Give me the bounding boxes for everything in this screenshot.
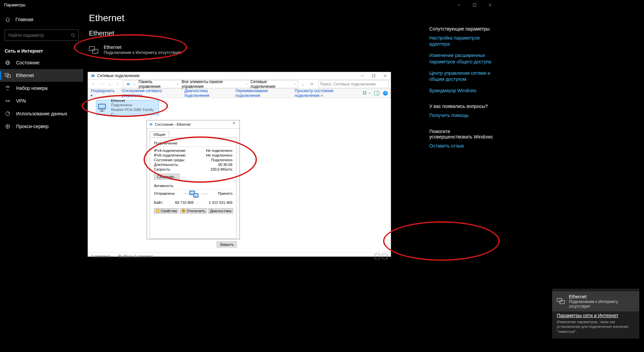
history-button[interactable]: ⌄ [106, 80, 113, 88]
improve-heading: Помогите усовершенствовать Windows [429, 129, 494, 139]
close-dialog-button[interactable]: Закрыть [217, 241, 237, 247]
sidebar-item-proxy[interactable]: Прокси-сервер [0, 120, 83, 133]
properties-button[interactable]: Свойства [154, 208, 178, 214]
svg-rect-26 [363, 91, 364, 93]
up-button[interactable]: ↑ [114, 80, 121, 88]
minimize-button[interactable] [451, 0, 467, 10]
view-icons-icon[interactable] [382, 254, 387, 259]
nc-address-bar: ← → ⌄ ↑ › Панель управления› Все элемент… [88, 80, 391, 89]
phone-icon [5, 85, 11, 91]
svg-point-12 [8, 100, 10, 102]
sidebar-item-dialup[interactable]: Набор номера [0, 82, 83, 95]
close-button[interactable] [482, 0, 498, 10]
help-button[interactable]: ? [383, 91, 388, 96]
svg-point-11 [6, 100, 7, 102]
dialog-titlebar: Состояние - Ethernet ✕ [147, 120, 239, 129]
svg-line-5 [74, 36, 75, 37]
window-controls [451, 0, 498, 10]
connection-icon [97, 102, 108, 113]
back-button[interactable]: ← [90, 80, 97, 88]
connection-name: Ethernet [111, 99, 158, 103]
search-box[interactable] [5, 30, 78, 41]
dialog-footer: Закрыть [147, 241, 237, 247]
search-input[interactable] [8, 32, 66, 38]
maximize-button[interactable] [467, 0, 482, 10]
toolbar-organize[interactable]: Упорядочить ▾ [91, 89, 115, 98]
tab-general[interactable]: Общие [150, 131, 169, 137]
nc-maximize-button[interactable] [368, 72, 379, 79]
search-icon [71, 33, 75, 38]
svg-rect-27 [365, 91, 366, 93]
toolbar-view-status[interactable]: Просмотр состояния подключения » [295, 89, 356, 98]
sidebar-item-label: Использование данных [16, 111, 67, 116]
nc-search[interactable]: Поиск: Сетевые подключения [318, 80, 389, 88]
group-activity: Активность [154, 184, 232, 188]
activity-icon [187, 190, 199, 199]
dropdown-button[interactable]: ⌄ [300, 80, 307, 88]
link-adapter-options[interactable]: Настройка параметров адаптера [429, 35, 494, 47]
toolbar-disable[interactable]: Отключение сетевого устройства [122, 89, 178, 98]
ethernet-icon [89, 46, 98, 54]
link-feedback[interactable]: Оставить отзыв [429, 143, 494, 149]
status-row: Скорость:100.0 Мбит/с [154, 167, 232, 172]
dialog-title: Состояние - Ethernet [155, 122, 191, 126]
sidebar: Главная Сеть и Интернет Состояние Ethern… [0, 10, 83, 133]
sidebar-item-ethernet[interactable]: Ethernet [0, 69, 83, 82]
svg-rect-19 [93, 49, 98, 53]
nc-statusbar: 1 элемент Выбран 1 элемент [88, 252, 391, 260]
bytes-row: Байт: 68 710 808 | 1 312 531 403 [154, 200, 232, 205]
breadcrumb[interactable]: › Панель управления› Все элементы панели… [123, 80, 298, 88]
details-button[interactable]: Сведения... [154, 174, 180, 180]
status-row: Длительность:05:36:09 [154, 162, 232, 167]
connection-item-ethernet[interactable]: Ethernet Подключено Realtek PCIe GBE Fam… [96, 100, 159, 115]
sidebar-item-label: Набор номера [16, 85, 48, 91]
toolbar-rename[interactable]: Переименование подключения [235, 89, 288, 98]
activity-row: Отправлено —— —— Принято [154, 191, 232, 195]
nc-close-button[interactable] [379, 72, 391, 79]
link-advanced-sharing[interactable]: Изменение расширенных параметров общего … [429, 52, 494, 64]
questions-heading: У вас появились вопросы? [429, 104, 494, 109]
network-flyout: Ethernet Подключение к Интернету отсутст… [552, 289, 639, 339]
flyout-settings-link[interactable]: Параметры сети и Интернет [552, 311, 639, 319]
dialog-close-button[interactable]: ✕ [229, 121, 238, 127]
sidebar-item-datausage[interactable]: Использование данных [0, 107, 83, 120]
toolbar-diagnose[interactable]: Диагностика подключения [184, 89, 229, 98]
svg-rect-35 [99, 105, 105, 108]
link-network-center[interactable]: Центр управления сетями и общим доступом [429, 70, 494, 82]
nc-minimize-button[interactable] [357, 72, 368, 79]
sidebar-item-vpn[interactable]: VPN [0, 95, 83, 107]
link-firewall[interactable]: Брандмауэр Windows [429, 87, 494, 94]
ethernet-icon [557, 298, 565, 305]
view-details-icon[interactable] [375, 254, 380, 259]
flyout-ethernet-item[interactable]: Ethernet Подключение к Интернету отсутст… [552, 291, 639, 311]
item-count: 1 элемент [91, 254, 110, 259]
refresh-button[interactable]: ⟳ [308, 80, 316, 88]
crumb[interactable]: Панель управления [137, 79, 175, 89]
forward-button[interactable]: → [98, 80, 105, 88]
crumb[interactable]: Сетевые подключения [249, 79, 292, 89]
svg-rect-37 [100, 111, 104, 112]
ethernet-icon [5, 72, 11, 78]
svg-rect-22 [372, 74, 375, 77]
svg-rect-38 [150, 123, 152, 125]
proxy-icon [5, 123, 11, 129]
connection-status: Подключено [111, 103, 158, 108]
svg-text:?: ? [384, 91, 386, 95]
disable-button[interactable]: Отключить [180, 208, 207, 214]
svg-rect-30 [374, 91, 379, 95]
view-options-button[interactable] [363, 91, 371, 96]
diagnose-button[interactable]: Диагностика [208, 208, 233, 214]
group-connection: Подключение [154, 141, 232, 145]
ethernet-name: Ethernet [104, 45, 181, 50]
dialog-buttons: Свойства Отключить Диагностика [154, 208, 232, 214]
window-title: Параметры [4, 3, 25, 7]
ethernet-status-dialog: Состояние - Ethernet ✕ Общие Подключение… [147, 120, 240, 239]
svg-rect-48 [560, 300, 565, 304]
nav-home[interactable]: Главная [0, 13, 83, 26]
crumb[interactable]: Все элементы панели управления [180, 79, 244, 89]
sidebar-category: Сеть и Интернет [5, 48, 83, 54]
svg-rect-46 [182, 211, 184, 211]
preview-pane-button[interactable] [374, 91, 379, 96]
link-get-help[interactable]: Получить помощь [429, 112, 494, 118]
sidebar-item-status[interactable]: Состояние [0, 56, 83, 69]
